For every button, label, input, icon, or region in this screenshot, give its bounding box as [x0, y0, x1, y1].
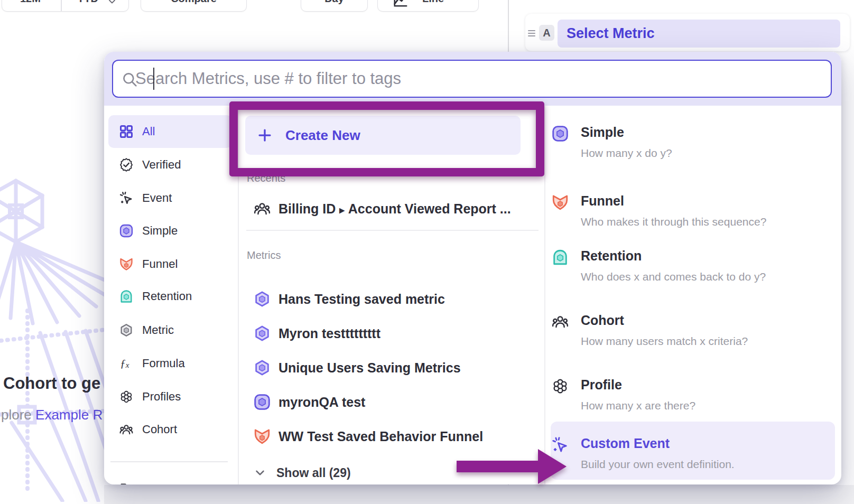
metric-type-profile[interactable]: ProfileHow many x are there? [551, 377, 834, 412]
chevron-down-icon [107, 0, 117, 7]
background-explore-text: plore Example R [1, 407, 103, 423]
sidebar-item-verified[interactable]: Verified [108, 148, 232, 181]
example-reports-link[interactable]: Example R [35, 407, 103, 423]
verified-icon [119, 157, 134, 172]
metric-list-item[interactable]: Unique Users Saving Metrics [253, 351, 539, 384]
metric-type-cohort[interactable]: CohortHow many users match x criteria? [551, 313, 834, 348]
search-input[interactable] [135, 69, 831, 88]
select-metric-pill[interactable]: Select Metric [558, 20, 840, 48]
profiles-icon [551, 377, 569, 395]
chart-type-line-button[interactable]: Line [377, 0, 479, 12]
metric-row-card: A Select Metric [525, 14, 850, 51]
simple-icon [253, 393, 271, 411]
recent-primary: Billing ID [279, 201, 336, 216]
interval-day-button[interactable]: Day [301, 0, 368, 12]
sidebar-divider [110, 461, 228, 462]
metric-type-custom-event[interactable]: Custom EventBuild your own event definit… [551, 436, 834, 471]
middle-divider [246, 230, 539, 231]
metric-icon [119, 323, 134, 338]
sidebar-item-funnel[interactable]: Funnel [108, 248, 232, 281]
sidebar-item-tags[interactable]: Tags [108, 473, 232, 484]
chevron-down-icon [253, 466, 267, 480]
annotation-arrow [453, 444, 568, 489]
search-icon [122, 71, 138, 88]
funnel-icon [119, 257, 134, 272]
range-ytd-button[interactable]: YTD [77, 0, 98, 5]
breadcrumb-arrow: ▸ [339, 204, 345, 216]
funnel-icon [253, 427, 271, 445]
saved-metric-icon [253, 324, 271, 342]
metric-list-item[interactable]: Hans Testing saved metric [253, 283, 539, 315]
event-icon [119, 191, 134, 206]
recent-secondary: Account Viewed Report ... [348, 201, 511, 216]
tag-icon [119, 482, 134, 484]
metric-type-retention[interactable]: RetentionWho does x and comes back to do… [551, 248, 834, 283]
grid-icon [119, 124, 134, 139]
sidebar-item-metric[interactable]: Metric [108, 314, 232, 347]
text-caret [153, 68, 154, 90]
funnel-icon [551, 193, 569, 211]
sidebar-item-formula[interactable]: Formula [108, 347, 232, 380]
column-divider [544, 106, 545, 484]
formula-icon [119, 356, 134, 371]
metric-type-simple[interactable]: SimpleHow many x do y? [551, 125, 834, 160]
date-range-segmented-control[interactable]: 12M YTD [2, 0, 129, 12]
drag-handle-icon[interactable] [528, 29, 535, 38]
retention-icon [551, 248, 569, 266]
recent-item-billing[interactable]: Billing ID ▸ Account Viewed Report ... [253, 192, 539, 225]
series-a-badge: A [539, 25, 554, 41]
simple-icon [551, 125, 569, 143]
line-chart-icon [393, 0, 409, 8]
metrics-section-label: Metrics [247, 249, 281, 262]
sidebar-item-cohort[interactable]: Cohort [108, 413, 232, 446]
profiles-icon [119, 389, 134, 404]
sidebar-item-profiles[interactable]: Profiles [108, 380, 232, 413]
metric-type-funnel[interactable]: FunnelWho makes it through this sequence… [551, 193, 834, 228]
compare-button[interactable]: Compare [141, 0, 247, 12]
cohort-icon [119, 422, 134, 437]
simple-icon [119, 223, 134, 238]
search-box[interactable] [112, 60, 832, 98]
range-12m-button[interactable]: 12M [20, 0, 41, 5]
wireframe-illustration [0, 174, 106, 502]
sidebar-item-event[interactable]: Event [108, 182, 232, 214]
explore-prefix: plore [1, 407, 35, 423]
metric-list-item[interactable]: myronQA test [253, 386, 539, 418]
cohort-icon [551, 313, 569, 331]
sidebar-item-simple[interactable]: Simple [108, 214, 232, 247]
annotation-highlight-rectangle [229, 101, 544, 176]
sidebar-item-retention[interactable]: Retention [108, 280, 232, 313]
search-strip [104, 52, 841, 106]
retention-icon [119, 289, 134, 304]
cohort-icon [253, 200, 271, 218]
segment-divider [61, 0, 62, 11]
saved-metric-icon [253, 290, 271, 308]
saved-metric-icon [253, 359, 271, 377]
metric-list-item[interactable]: Myron testtttttttt [253, 317, 539, 350]
background-headline-fragment: Cohort to ge [3, 374, 100, 393]
sidebar-item-all[interactable]: All [108, 115, 232, 148]
